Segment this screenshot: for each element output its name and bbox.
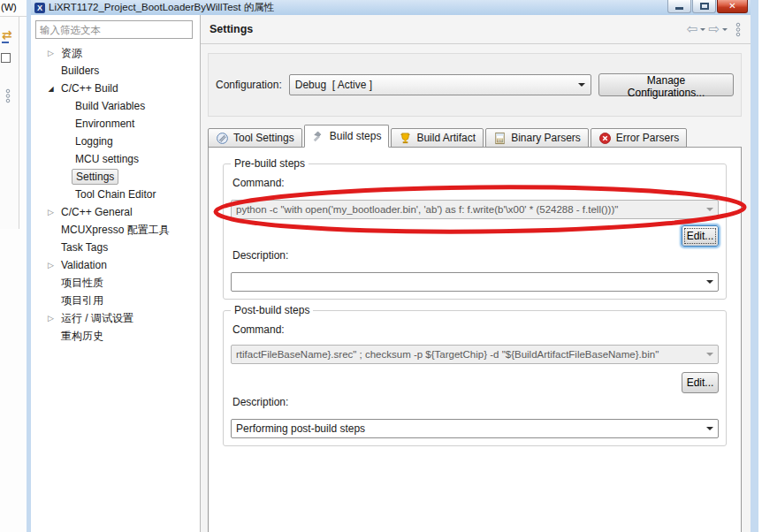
dialog-title: LiXRT1172_Project_BootLoaderByWillTest 的…	[49, 1, 274, 14]
tab-build-steps[interactable]: Build steps	[304, 125, 390, 148]
sidebar-item-resources[interactable]: 资源	[35, 44, 195, 62]
dropdown-arrow-icon	[706, 353, 713, 360]
screen: (W) ⇄ LiXRT1172_Project_BootLoaderByWill…	[0, 0, 762, 532]
close-button[interactable]	[717, 0, 748, 13]
sidebar-item-cpp-build[interactable]: C/C++ Build	[35, 80, 195, 97]
sidebar-item-mcuxpresso-config-tools[interactable]: MCUXpresso 配置工具	[35, 221, 195, 239]
sidebar-item-settings[interactable]: Settings	[35, 168, 195, 186]
minimize-button[interactable]	[667, 0, 691, 13]
settings-tabs: Tool Settings Build steps	[208, 125, 689, 148]
tab-error-parsers[interactable]: Error Parsers	[591, 128, 687, 148]
pre-build-edit-button[interactable]: Edit...	[682, 225, 719, 247]
settings-content: Settings ⇦ ⇨ Configuration:	[201, 15, 751, 532]
sidebar-item-task-tags[interactable]: Task Tags	[35, 239, 195, 256]
pre-build-command-value: python -c "with open('my_bootloader.bin'…	[236, 204, 618, 215]
tab-build-artifact[interactable]: Build Artifact	[391, 128, 484, 148]
back-dropdown-icon[interactable]	[700, 28, 705, 34]
sidebar-item-mcu-settings[interactable]: MCU settings	[35, 150, 195, 168]
tab-binary-parsers[interactable]: 010 Binary Parsers	[485, 128, 589, 148]
window-menu-fragment[interactable]: (W)	[0, 0, 27, 17]
sidebar-item-build-variables[interactable]: Build Variables	[35, 97, 195, 115]
hammer-icon	[312, 130, 325, 143]
properties-sidebar: 资源 Builders C/C++ Build Build Variables …	[31, 15, 201, 532]
pre-build-description-combo[interactable]	[231, 272, 719, 292]
toolbar-handle-dots-icon	[4, 88, 11, 104]
dialog-titlebar[interactable]: LiXRT1172_Project_BootLoaderByWillTest 的…	[31, 0, 751, 15]
expand-icon[interactable]	[44, 261, 57, 270]
sidebar-item-logging[interactable]: Logging	[35, 133, 195, 150]
collapse-icon[interactable]	[44, 84, 57, 93]
page-title: Settings	[210, 23, 253, 35]
expand-icon[interactable]	[44, 49, 57, 57]
build-steps-panel: Pre-build steps Command: python -c "with…	[208, 147, 742, 532]
pre-build-command-combo[interactable]: python -c "with open('my_bootloader.bin'…	[231, 200, 719, 219]
background-toolbar	[0, 17, 19, 229]
sidebar-item-refactoring-history[interactable]: 重构历史	[35, 327, 195, 345]
dropdown-arrow-icon	[706, 208, 713, 215]
configuration-label: Configuration:	[216, 79, 282, 91]
post-build-description-value: Performing post-build steps	[236, 422, 365, 435]
configuration-select[interactable]: Debug [ Active ]	[289, 74, 591, 95]
minimize-icon	[675, 7, 683, 10]
pre-build-description-label: Description:	[232, 249, 288, 262]
properties-tree: 资源 Builders C/C++ Build Build Variables …	[35, 44, 195, 345]
background-window: (W) ⇄	[0, 0, 27, 532]
error-icon	[598, 132, 612, 145]
post-build-command-label: Command:	[232, 323, 285, 336]
pre-build-group: Pre-build steps Command: python -c "with…	[223, 163, 727, 300]
post-build-group: Post-build steps Command: rtifactFileBas…	[223, 310, 727, 446]
svg-text:010: 010	[497, 139, 502, 142]
maximize-icon	[700, 3, 709, 10]
back-icon[interactable]: ⇦	[687, 23, 698, 35]
post-build-description-label: Description:	[232, 396, 288, 408]
pre-build-group-title: Pre-build steps	[231, 157, 309, 170]
app-icon	[34, 3, 45, 13]
toolbar-square-icon[interactable]	[1, 53, 11, 63]
forward-icon[interactable]: ⇨	[708, 23, 720, 35]
post-build-command-combo[interactable]: rtifactFileBaseName}.srec" ; checksum -p…	[231, 345, 719, 364]
post-build-group-title: Post-build steps	[231, 304, 313, 316]
sidebar-item-run-debug-settings[interactable]: 运行 / 调试设置	[35, 309, 195, 327]
manage-configurations-button[interactable]: Manage Configurations...	[598, 73, 734, 96]
sidebar-item-cpp-general[interactable]: C/C++ General	[35, 203, 195, 221]
pre-build-command-label: Command:	[232, 177, 285, 189]
trophy-icon	[399, 132, 412, 145]
view-menu-icon[interactable]	[735, 22, 742, 37]
expand-icon[interactable]	[44, 314, 57, 323]
sidebar-item-project-references[interactable]: 项目引用	[35, 292, 195, 309]
sidebar-item-project-natures[interactable]: 项目性质	[35, 274, 195, 292]
forward-dropdown-icon[interactable]	[722, 28, 728, 34]
filter-input[interactable]	[35, 20, 193, 39]
configuration-value: Debug [ Active ]	[295, 79, 372, 91]
sidebar-item-tool-chain-editor[interactable]: Tool Chain Editor	[35, 186, 195, 203]
sidebar-item-environment[interactable]: Environment	[35, 115, 195, 133]
dropdown-arrow-icon	[706, 280, 713, 287]
post-build-command-value: rtifactFileBaseName}.srec" ; checksum -p…	[236, 349, 659, 360]
maximize-button[interactable]	[692, 0, 716, 13]
post-build-edit-button[interactable]: Edit...	[682, 372, 719, 393]
tab-tool-settings[interactable]: Tool Settings	[208, 128, 302, 148]
sidebar-item-validation[interactable]: Validation	[35, 256, 195, 274]
configuration-panel: Configuration: Debug [ Active ] Manage C…	[208, 53, 742, 117]
expand-icon[interactable]	[44, 208, 57, 217]
sidebar-item-builders[interactable]: Builders	[35, 62, 195, 80]
post-build-description-combo[interactable]: Performing post-build steps	[231, 419, 719, 438]
dropdown-arrow-icon	[706, 427, 713, 434]
toolbar-swap-icon[interactable]: ⇄	[2, 28, 12, 43]
dropdown-arrow-icon	[578, 83, 585, 90]
properties-dialog: LiXRT1172_Project_BootLoaderByWillTest 的…	[27, 0, 758, 532]
binary-file-icon: 010	[493, 132, 507, 145]
tool-settings-icon	[216, 132, 229, 145]
